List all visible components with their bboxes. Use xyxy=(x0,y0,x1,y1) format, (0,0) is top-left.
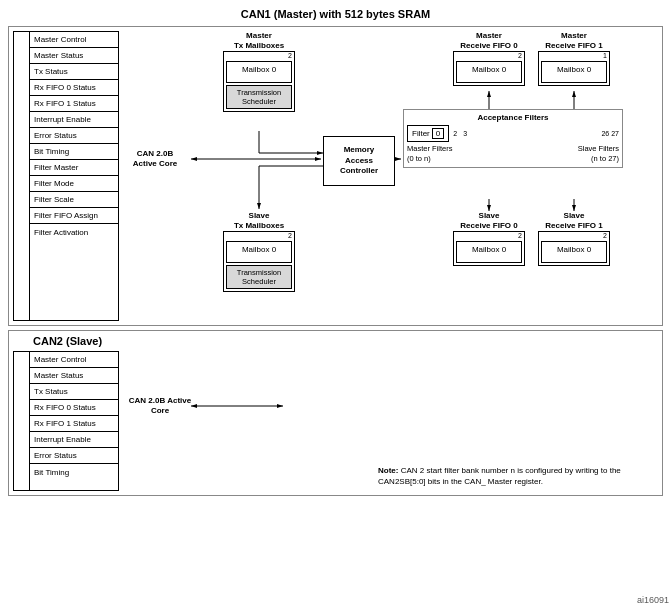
can2-item-7: Bit Timing xyxy=(30,464,118,480)
slave-tx-box: SlaveTx Mailboxes 2 Mailbox 0 Transmissi… xyxy=(223,211,295,292)
can1-item-filtermode: Filter Mode xyxy=(30,176,118,192)
can2-item-2: Tx Status xyxy=(30,384,118,400)
slave-rxfifo0-title: SlaveReceive FIFO 0 xyxy=(453,211,525,230)
can1-sidebar: Control/Status/Configuration Master Cont… xyxy=(13,31,119,321)
filter-labels-row: Master Filters(0 to n) Slave Filters(n t… xyxy=(407,144,619,164)
slave-rxfifo1-inner: 2 Mailbox 0 xyxy=(538,231,610,266)
master-rxfifo0-inner: 2 Mailbox 0 xyxy=(453,51,525,86)
can2-section: CAN2 (Slave) Control/Status/Configuratio… xyxy=(8,330,663,496)
can1-item-filteractivation: Filter Activation xyxy=(30,224,118,240)
can1-item-rxfifo0: Rx FIFO 0 Status xyxy=(30,80,118,96)
can2-item-5: Interrupt Enable xyxy=(30,432,118,448)
master-tx-inner: 2 Mailbox 0 TransmissionScheduler xyxy=(223,51,295,112)
main-title: CAN1 (Master) with 512 bytes SRAM xyxy=(8,8,663,20)
slave-rxfifo1-mailbox: Mailbox 0 xyxy=(541,241,607,263)
master-rxfifo0-mailbox: Mailbox 0 xyxy=(456,61,522,83)
can2-core-label: CAN 2.0B Active Core xyxy=(125,396,195,415)
can1-diagram: CAN 2.0B Active Core Master Tx Mailboxes… xyxy=(123,31,658,321)
can2-title: CAN2 (Slave) xyxy=(13,335,658,347)
master-tx-mailboxes-box: Master Tx Mailboxes 2 Mailbox 0 Transmis… xyxy=(223,31,295,112)
can2-diagram: CAN 2.0B Active Core Note: xyxy=(123,351,658,491)
filter-num3: 3 xyxy=(463,130,467,137)
slave-tx-mailbox: Mailbox 0 xyxy=(226,241,292,263)
can2-item-0: Master Control xyxy=(30,352,118,368)
slave-rxfifo0-inner: 2 Mailbox 0 xyxy=(453,231,525,266)
can2-sidebar-box: Master Control Master Status Tx Status R… xyxy=(29,351,119,491)
master-rxfifo1-num: 1 xyxy=(539,52,609,59)
slave-rxfifo0-mailbox: Mailbox 0 xyxy=(456,241,522,263)
master-rxfifo1-mailbox: Mailbox 0 xyxy=(541,61,607,83)
slave-rxfifo0-box: SlaveReceive FIFO 0 2 Mailbox 0 xyxy=(453,211,525,266)
slave-rxfifo1-num: 2 xyxy=(539,232,609,239)
filter-num: 0 xyxy=(432,128,444,139)
master-filters-label: Master Filters(0 to n) xyxy=(407,144,510,164)
slave-rxfifo1-box: SlaveReceive FIFO 1 2 Mailbox 0 xyxy=(538,211,610,266)
master-rxfifo1-inner: 1 Mailbox 0 xyxy=(538,51,610,86)
master-rxfifo0-box: Master Receive FIFO 0 2 Mailbox 0 xyxy=(453,31,525,86)
page-container: CAN1 (Master) with 512 bytes SRAM Contro… xyxy=(0,0,671,607)
can1-item-master-control: Master Control xyxy=(30,32,118,48)
can1-item-rxfifo1: Rx FIFO 1 Status xyxy=(30,96,118,112)
can1-item-filterscale: Filter Scale xyxy=(30,192,118,208)
slave-tx-scheduler: TransmissionScheduler xyxy=(226,265,292,289)
acceptance-filters-title: Acceptance Filters xyxy=(407,113,619,122)
can1-item-filterfifo: Filter FIFO Assign xyxy=(30,208,118,224)
can1-section: Control/Status/Configuration Master Cont… xyxy=(8,26,663,326)
master-tx-scheduler: TransmissionScheduler xyxy=(226,85,292,109)
filter-num5: 27 xyxy=(611,130,619,137)
can1-item-filtermaster: Filter Master xyxy=(30,160,118,176)
filter-box: Filter 0 xyxy=(407,125,449,142)
can2-item-3: Rx FIFO 0 Status xyxy=(30,400,118,416)
master-rxfifo0-num: 2 xyxy=(454,52,524,59)
slave-tx-title: SlaveTx Mailboxes xyxy=(223,211,295,230)
filter-nums-right: 26 27 xyxy=(469,130,619,137)
can2-sidebar: Control/Status/Configuration Master Cont… xyxy=(13,351,119,491)
can1-sidebar-box: Master Control Master Status Tx Status R… xyxy=(29,31,119,321)
memory-controller-box: Memory Access Controller xyxy=(323,136,395,186)
can1-item-bittiming: Bit Timing xyxy=(30,144,118,160)
can2-item-1: Master Status xyxy=(30,368,118,384)
master-rxfifo1-title: Master Receive FIFO 1 xyxy=(538,31,610,50)
can1-item-error: Error Status xyxy=(30,128,118,144)
slave-tx-num: 2 xyxy=(224,232,294,239)
slave-tx-inner: 2 Mailbox 0 TransmissionScheduler xyxy=(223,231,295,292)
slave-rxfifo0-num: 2 xyxy=(454,232,524,239)
note-box: Note: CAN 2 start filter bank number n i… xyxy=(378,466,658,487)
slave-filters-label: Slave Filters(n to 27) xyxy=(516,144,619,164)
can1-item-master-status: Master Status xyxy=(30,48,118,64)
can1-item-tx-status: Tx Status xyxy=(30,64,118,80)
master-tx-mailbox: Mailbox 0 xyxy=(226,61,292,83)
acceptance-filters-row: Filter 0 2 3 26 27 xyxy=(407,125,619,142)
note-text: CAN 2 start filter bank number n is conf… xyxy=(378,466,621,485)
master-tx-num: 2 xyxy=(224,52,294,59)
can2-item-4: Rx FIFO 1 Status xyxy=(30,416,118,432)
master-rxfifo0-title: Master Receive FIFO 0 xyxy=(453,31,525,50)
can2-item-6: Error Status xyxy=(30,448,118,464)
acceptance-filters-area: Acceptance Filters Filter 0 2 3 26 27 xyxy=(403,109,623,168)
master-rxfifo1-box: Master Receive FIFO 1 1 Mailbox 0 xyxy=(538,31,610,86)
master-tx-title: Master Tx Mailboxes xyxy=(223,31,295,50)
slave-rxfifo1-title: SlaveReceive FIFO 1 xyxy=(538,211,610,230)
filter-num4: 26 xyxy=(601,130,609,137)
can1-core-label: CAN 2.0B Active Core xyxy=(125,149,185,168)
filter-num2: 2 xyxy=(453,130,457,137)
ai-label: ai16091 xyxy=(637,595,669,605)
can1-item-interrupt: Interrupt Enable xyxy=(30,112,118,128)
note-bold: Note: xyxy=(378,466,398,475)
